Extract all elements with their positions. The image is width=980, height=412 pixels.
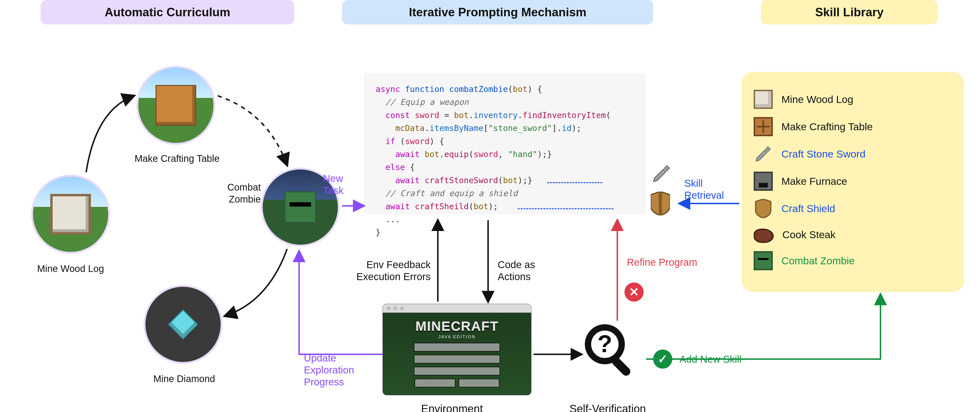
label-update-1: Update [304, 352, 336, 365]
label-environment: Environment [421, 402, 483, 412]
label-update-2: Exploration [304, 364, 354, 377]
sword-icon [651, 163, 672, 184]
birch-log-icon [754, 90, 773, 109]
steak-icon [754, 228, 774, 243]
minecraft-logo: MINECRAFT [415, 318, 499, 334]
label-skill-retrieval-2: Retrieval [684, 189, 724, 202]
skill-craft-stone-sword: Craft Stone Sword [754, 144, 952, 163]
node-make-crafting-table [136, 66, 215, 145]
label-add-new-skill: Add New Skill [679, 353, 741, 366]
status-success-icon: ✓ [653, 350, 672, 369]
header-iterative-prompting: Iterative Prompting Mechanism [342, 0, 653, 24]
label-new-task-2: Task [323, 184, 344, 197]
label-skill-retrieval-1: Skill [684, 177, 703, 190]
skill-library-panel: Mine Wood Log Make Crafting Table Craft … [742, 72, 964, 292]
shield-icon-small [754, 199, 773, 218]
header-skill-library: Skill Library [761, 0, 938, 24]
node-mine-wood-log [31, 175, 110, 254]
label-combat-zombie-1: Combat [199, 182, 261, 193]
status-fail-icon: ✕ [624, 283, 644, 302]
code-block: async function combatZombie(bot) { // Eq… [364, 73, 646, 214]
environment-window: MINECRAFT JAVA EDITION [383, 304, 531, 395]
header-automatic-curriculum: Automatic Curriculum [41, 0, 294, 24]
crafting-table-icon [754, 117, 773, 136]
label-new-task-1: New [323, 172, 343, 185]
skill-make-crafting-table: Make Crafting Table [754, 117, 952, 136]
skill-craft-shield: Craft Shield [754, 199, 952, 218]
label-env-feedback-1: Env Feedback [342, 259, 431, 271]
label-self-verification: Self-Verification [570, 402, 646, 412]
stone-sword-icon [754, 144, 773, 163]
label-code-actions-1: Code as [498, 259, 535, 271]
svg-rect-0 [659, 192, 662, 216]
label-mine-diamond: Mine Diamond [134, 374, 234, 384]
furnace-icon [754, 172, 773, 191]
svg-rect-2 [611, 356, 632, 376]
skill-mine-wood-log: Mine Wood Log [754, 90, 952, 109]
label-update-3: Progress [304, 376, 344, 388]
node-mine-diamond [143, 285, 223, 364]
skill-combat-zombie: Combat Zombie [754, 251, 952, 270]
label-mine-wood-log: Mine Wood Log [23, 263, 118, 274]
label-combat-zombie-2: Zombie [199, 194, 261, 205]
label-refine-program: Refine Program [627, 256, 697, 269]
zombie-icon [754, 251, 773, 270]
label-make-crafting-table: Make Crafting Table [119, 153, 234, 164]
skill-cook-steak: Cook Steak [754, 226, 952, 243]
shield-icon [651, 192, 670, 216]
label-env-feedback-2: Execution Errors [342, 270, 431, 283]
svg-text:?: ? [597, 330, 612, 357]
skill-make-furnace: Make Furnace [754, 172, 952, 191]
label-code-actions-2: Actions [498, 270, 531, 283]
magnifier-icon: ? [584, 323, 636, 376]
